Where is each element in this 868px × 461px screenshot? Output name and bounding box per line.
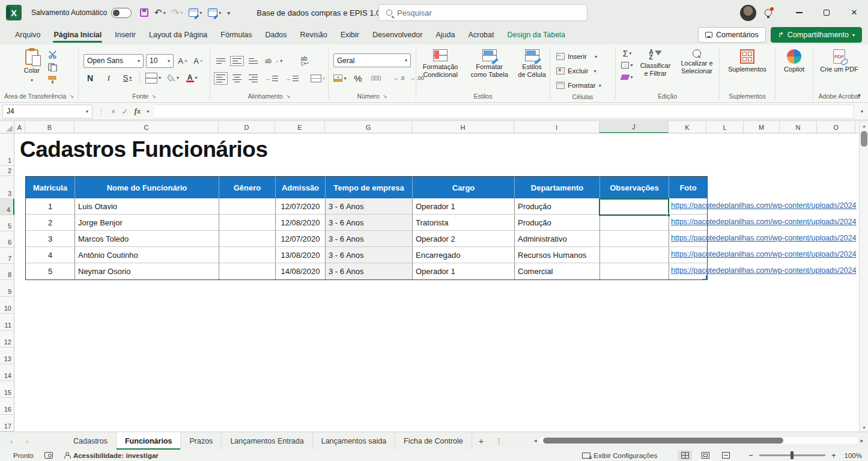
- row-header-11[interactable]: 11: [0, 314, 14, 331]
- ribbon-tab-design-da-tabela[interactable]: Design da Tabela: [500, 26, 571, 43]
- zoom-slider[interactable]: [759, 454, 825, 456]
- foto-link-row4[interactable]: https://pacotedeplanilhas.com/wp-content…: [671, 250, 859, 262]
- ribbon-tab-exibir[interactable]: Exibir: [334, 26, 366, 43]
- horizontal-scrollbar[interactable]: ◂ ▸: [534, 435, 863, 446]
- sheet-grid[interactable]: Cadastros Funcionários MatriculaNome do …: [14, 133, 859, 432]
- horizontal-scroll-thumb[interactable]: [543, 438, 783, 444]
- hscroll-left-arrow[interactable]: ◂: [534, 438, 537, 444]
- cell-cargo-row1[interactable]: Operador 1: [413, 198, 515, 215]
- comments-button[interactable]: Comentários: [698, 27, 766, 43]
- accessibility-status[interactable]: Acessibilidade: investigar: [64, 452, 159, 459]
- table-header-admissão[interactable]: Admissão: [276, 177, 326, 198]
- row-header-7[interactable]: 7: [0, 248, 14, 264]
- confirm-entry-icon[interactable]: ✓: [122, 107, 129, 116]
- table-header-foto[interactable]: Foto: [669, 177, 707, 198]
- table-header-departamento[interactable]: Departamento: [515, 177, 600, 198]
- increase-font-button[interactable]: A˄: [176, 54, 189, 67]
- row-header-12[interactable]: 12: [0, 331, 14, 347]
- macro-record-icon[interactable]: [44, 452, 53, 459]
- cell-tempo-row5[interactable]: 3 - 6 Anos: [326, 263, 413, 279]
- sheet-tab-lançamentos-entrada[interactable]: Lançamentos Entrada: [222, 432, 312, 450]
- copilot-button[interactable]: Copilot: [780, 48, 808, 75]
- column-header-D[interactable]: D: [219, 121, 275, 133]
- cell-admissao-row3[interactable]: 12/07/2020: [276, 231, 326, 247]
- cell-genero-row3[interactable]: [219, 231, 276, 247]
- display-settings-button[interactable]: Exibir Configurações: [582, 452, 657, 459]
- cell-observacoes-row4[interactable]: [600, 247, 669, 263]
- table-header-cargo[interactable]: Cargo: [413, 177, 515, 198]
- cell-departamento-row4[interactable]: Recursos Humanos: [515, 247, 600, 263]
- column-header-L[interactable]: L: [706, 121, 744, 133]
- cell-departamento-row2[interactable]: Produção: [515, 215, 600, 231]
- ribbon-tab-fórmulas[interactable]: Fórmulas: [214, 26, 258, 43]
- zoom-in-button[interactable]: +: [831, 451, 836, 460]
- column-header-A[interactable]: A: [14, 121, 25, 133]
- column-header-M[interactable]: M: [744, 121, 780, 133]
- cell-tempo-row3[interactable]: 3 - 6 Anos: [326, 231, 413, 247]
- cell-nome-row2[interactable]: Jorge Benjor: [75, 215, 219, 231]
- cut-icon[interactable]: [48, 50, 57, 59]
- table-header-nome-do-funcionário[interactable]: Nome do Funcionário: [75, 177, 219, 198]
- column-header-K[interactable]: K: [669, 121, 706, 133]
- table-resize-handle[interactable]: [702, 275, 707, 280]
- underline-button[interactable]: S▾: [121, 72, 134, 85]
- formula-input[interactable]: [154, 105, 854, 118]
- select-all-corner[interactable]: [0, 121, 14, 133]
- insert-function-icon[interactable]: fx: [135, 106, 141, 116]
- decrease-indent-button[interactable]: ←: [265, 72, 278, 85]
- cell-matricula-row5[interactable]: 5: [26, 263, 75, 279]
- clear-button[interactable]: ▾: [621, 72, 634, 82]
- align-top-button[interactable]: [216, 58, 225, 64]
- ribbon-tab-ajuda[interactable]: Ajuda: [429, 26, 461, 43]
- cell-admissao-row2[interactable]: 12/08/2020: [276, 215, 326, 231]
- ribbon-tab-desenvolvedor[interactable]: Desenvolvedor: [366, 26, 429, 43]
- table-header-observações[interactable]: Observações: [600, 177, 669, 198]
- decrease-font-button[interactable]: A˅: [192, 54, 205, 67]
- paste-button[interactable]: Colar ▾: [20, 48, 43, 85]
- cell-matricula-row4[interactable]: 4: [26, 247, 75, 263]
- cell-matricula-row2[interactable]: 2: [26, 215, 75, 231]
- clipboard-dialog-launcher[interactable]: ↘: [69, 93, 74, 99]
- cell-nome-row5[interactable]: Neymar Osorio: [75, 263, 219, 279]
- foto-link-row5[interactable]: https://pacotedeplanilhas.com/wp-content…: [671, 266, 859, 278]
- autosave-toggle[interactable]: [111, 8, 132, 18]
- ribbon-tab-página-inicial[interactable]: Página Inicial: [47, 26, 108, 43]
- expand-formula-bar-chevron[interactable]: ▾: [861, 109, 863, 114]
- zoom-level-label[interactable]: 100%: [845, 452, 862, 459]
- draw-table2-button[interactable]: ▾: [208, 8, 221, 17]
- selected-cell-J4[interactable]: [599, 198, 669, 216]
- row-header-1[interactable]: 1: [0, 133, 14, 166]
- ribbon-tab-acrobat[interactable]: Acrobat: [461, 26, 500, 43]
- redo-button[interactable]: ↷▾: [172, 7, 183, 18]
- cell-cargo-row4[interactable]: Encarregado: [413, 247, 515, 263]
- percent-style-button[interactable]: %: [351, 72, 365, 85]
- ribbon-tab-arquivo[interactable]: Arquivo: [8, 26, 47, 43]
- new-sheet-button[interactable]: +: [472, 432, 490, 450]
- sheet-tab-lançamentos-saida[interactable]: Lançamentos saida: [313, 432, 395, 450]
- column-header-B[interactable]: B: [25, 121, 74, 133]
- row-header-6[interactable]: 6: [0, 231, 14, 248]
- collapse-ribbon-chevron[interactable]: ▾: [858, 92, 861, 99]
- table-header-gênero[interactable]: Gênero: [219, 177, 276, 198]
- undo-button[interactable]: ↶▾: [154, 7, 166, 18]
- sheet-tab-prazos[interactable]: Prazos: [181, 432, 222, 450]
- row-header-4[interactable]: 4: [0, 199, 14, 215]
- autosum-button[interactable]: Σ▾: [621, 48, 634, 58]
- format-painter-icon[interactable]: [48, 76, 58, 84]
- notification-bulb-icon[interactable]: [765, 9, 772, 16]
- cell-matricula-row3[interactable]: 3: [26, 231, 75, 247]
- cancel-entry-icon[interactable]: ×: [111, 107, 116, 116]
- cell-genero-row2[interactable]: [219, 215, 276, 231]
- close-button[interactable]: ×: [840, 0, 868, 25]
- sheet-tab-funcionários[interactable]: Funcionários: [117, 432, 181, 450]
- cell-admissao-row1[interactable]: 12/07/2020: [276, 198, 326, 215]
- cell-cargo-row5[interactable]: Operador 1: [413, 263, 515, 279]
- cell-nome-row4[interactable]: Antônio Coutinho: [75, 247, 219, 263]
- row-header-15[interactable]: 15: [0, 381, 14, 398]
- cell-genero-row5[interactable]: [219, 263, 276, 279]
- table-header-matricula[interactable]: Matricula: [26, 177, 75, 198]
- sort-filter-button[interactable]: AZ Classificar e Filtrar: [636, 48, 675, 79]
- name-box[interactable]: J4 ▾: [2, 105, 93, 118]
- font-dialog-launcher[interactable]: ↘: [151, 93, 156, 99]
- maximize-button[interactable]: [813, 0, 840, 25]
